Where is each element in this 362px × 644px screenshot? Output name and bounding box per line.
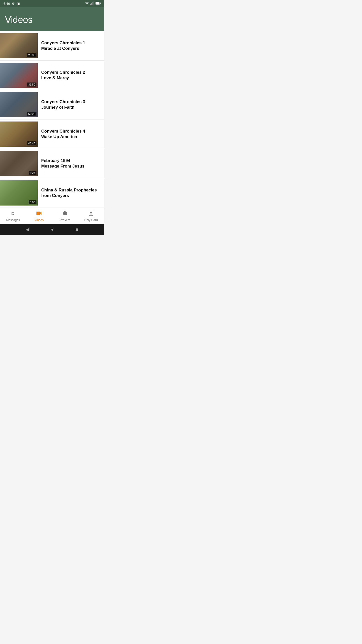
nav-item-messages[interactable]: Messages (0, 208, 26, 224)
nav-item-videos[interactable]: Videos (26, 208, 52, 224)
video-info: February 1994Message From Jesus (38, 155, 104, 172)
nav-item-prayers[interactable]: Prayers (52, 208, 78, 224)
svg-rect-3 (94, 2, 94, 5)
video-item[interactable]: 3:27 February 1994Message From Jesus (0, 149, 104, 178)
svg-point-9 (90, 212, 92, 213)
video-item[interactable]: 39:50 Conyers Chronicles 2Love & Mercy (0, 61, 104, 90)
svg-marker-8 (40, 212, 41, 215)
video-item[interactable]: 46:46 Conyers Chronicles 4Wake Up Americ… (0, 119, 104, 149)
recent-button[interactable]: ■ (75, 227, 78, 232)
video-thumbnail: 3:27 (0, 151, 38, 176)
duration-badge: 46:46 (27, 141, 36, 145)
duration-badge: 52:28 (27, 112, 36, 116)
video-title: Conyers Chronicles 4Wake Up America (41, 129, 101, 140)
status-left: 6:46 ⚙ ▣ (4, 2, 20, 6)
svg-rect-11 (90, 215, 92, 215)
video-thumbnail: 52:28 (0, 92, 38, 117)
svg-rect-1 (92, 3, 92, 5)
svg-rect-10 (89, 214, 93, 214)
svg-rect-2 (93, 2, 93, 5)
duration-badge: 3:27 (29, 171, 36, 175)
video-title: February 1994Message From Jesus (41, 158, 101, 169)
settings-icon: ⚙ (12, 2, 15, 6)
video-info: Conyers Chronicles 4Wake Up America (38, 126, 104, 143)
video-list: 23:30 Conyers Chronicles 1Miracle at Con… (0, 31, 104, 208)
nav-item-holy-card[interactable]: Holy Card (78, 208, 104, 224)
video-thumbnail: 39:50 (0, 63, 38, 88)
prayers-icon (62, 210, 68, 217)
svg-rect-5 (100, 3, 101, 4)
video-thumbnail: 46:46 (0, 122, 38, 147)
signal-icon (90, 2, 94, 6)
video-info: Conyers Chronicles 1Miracle at Conyers (38, 37, 104, 54)
video-thumbnail: 23:30 (0, 33, 38, 58)
prayers-label: Prayers (60, 218, 70, 222)
status-time: 6:46 (4, 2, 10, 6)
video-info: Conyers Chronicles 2Love & Mercy (38, 67, 104, 84)
back-button[interactable]: ◀ (26, 227, 29, 232)
holy-card-icon (88, 210, 94, 217)
home-button[interactable]: ● (51, 227, 54, 232)
header: Videos (0, 7, 104, 31)
svg-rect-6 (96, 2, 100, 4)
videos-icon (36, 210, 42, 217)
videos-label: Videos (34, 218, 43, 222)
video-item[interactable]: 3:05 China & Russia Propheciesfrom Conye… (0, 178, 104, 208)
svg-rect-0 (90, 4, 91, 5)
bottom-nav: Messages Videos Prayers Holy Card (0, 208, 104, 224)
android-nav-bar: ◀ ● ■ (0, 224, 104, 235)
video-title: China & Russia Propheciesfrom Conyers (41, 187, 101, 198)
messages-icon (10, 210, 16, 217)
video-info: Conyers Chronicles 3Journey of Faith (38, 96, 104, 113)
status-right (85, 2, 101, 6)
video-thumbnail: 3:05 (0, 180, 38, 206)
svg-rect-7 (36, 212, 40, 215)
wifi-icon (85, 2, 89, 6)
status-bar: 6:46 ⚙ ▣ (0, 0, 104, 7)
video-info: China & Russia Propheciesfrom Conyers (38, 184, 104, 202)
video-item[interactable]: 52:28 Conyers Chronicles 3Journey of Fai… (0, 90, 104, 119)
video-item[interactable]: 23:30 Conyers Chronicles 1Miracle at Con… (0, 31, 104, 61)
video-title: Conyers Chronicles 1Miracle at Conyers (41, 40, 101, 51)
duration-badge: 3:05 (29, 200, 36, 204)
holy-card-label: Holy Card (84, 218, 98, 222)
video-title: Conyers Chronicles 3Journey of Faith (41, 99, 101, 110)
duration-badge: 39:50 (27, 83, 36, 87)
video-title: Conyers Chronicles 2Love & Mercy (41, 70, 101, 81)
duration-badge: 23:30 (27, 53, 36, 57)
page-title: Videos (5, 15, 99, 25)
messages-label: Messages (6, 218, 20, 222)
sim-icon: ▣ (17, 2, 20, 6)
battery-icon (96, 2, 101, 6)
